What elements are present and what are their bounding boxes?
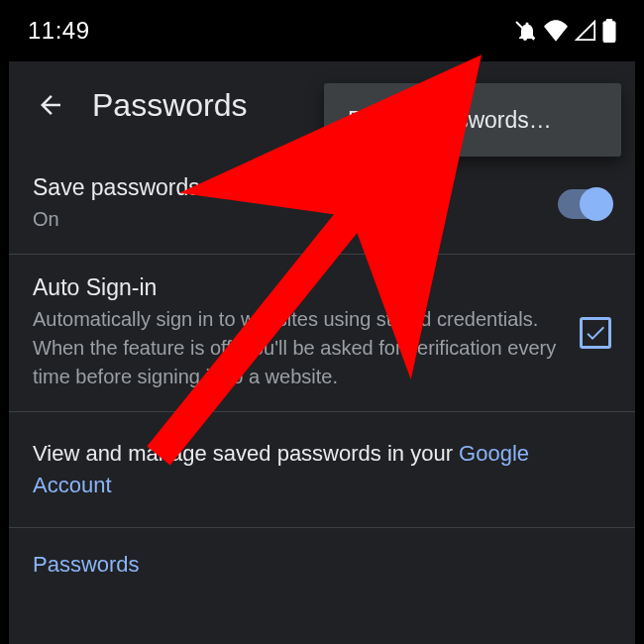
overflow-menu: Export passwords… (324, 83, 621, 157)
battery-icon (602, 19, 616, 43)
signal-icon (575, 20, 596, 42)
wifi-icon (543, 20, 569, 42)
status-bar: 11:49 (0, 0, 644, 61)
export-passwords-menu-item[interactable]: Export passwords… (348, 107, 552, 134)
account-link-row[interactable]: View and manage saved passwords in your … (9, 412, 635, 528)
svg-rect-2 (606, 19, 613, 22)
auto-signin-checkbox[interactable] (580, 317, 611, 349)
account-link-text: View and manage saved passwords in your … (33, 441, 529, 497)
auto-signin-row[interactable]: Auto Sign-in Automatically sign in to we… (9, 255, 635, 412)
arrow-back-icon (36, 90, 65, 120)
status-icons (513, 19, 616, 43)
status-time: 11:49 (28, 17, 90, 45)
svg-rect-1 (602, 21, 615, 43)
account-link-prefix: View and manage saved passwords in your (33, 441, 459, 466)
save-passwords-status: On (33, 205, 558, 234)
app-frame: Passwords Save passwords On Auto Sign-in… (9, 61, 635, 644)
save-passwords-title: Save passwords (33, 174, 558, 201)
back-button[interactable] (27, 81, 74, 129)
save-passwords-switch[interactable] (558, 189, 611, 219)
content: Save passwords On Auto Sign-in Automatic… (9, 149, 635, 578)
auto-signin-description: Automatically sign in to websites using … (33, 305, 580, 391)
check-icon (584, 321, 607, 345)
passwords-section-label: Passwords (9, 528, 635, 578)
save-passwords-row[interactable]: Save passwords On (9, 155, 635, 255)
notifications-off-icon (513, 19, 537, 43)
auto-signin-title: Auto Sign-in (33, 274, 580, 301)
page-title: Passwords (92, 87, 248, 124)
